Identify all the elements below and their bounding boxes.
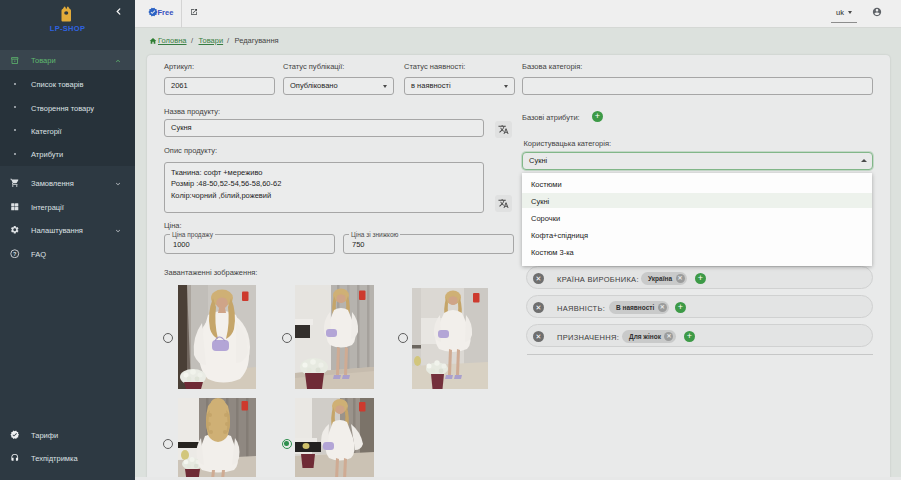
svg-text:?: ? <box>13 250 17 256</box>
